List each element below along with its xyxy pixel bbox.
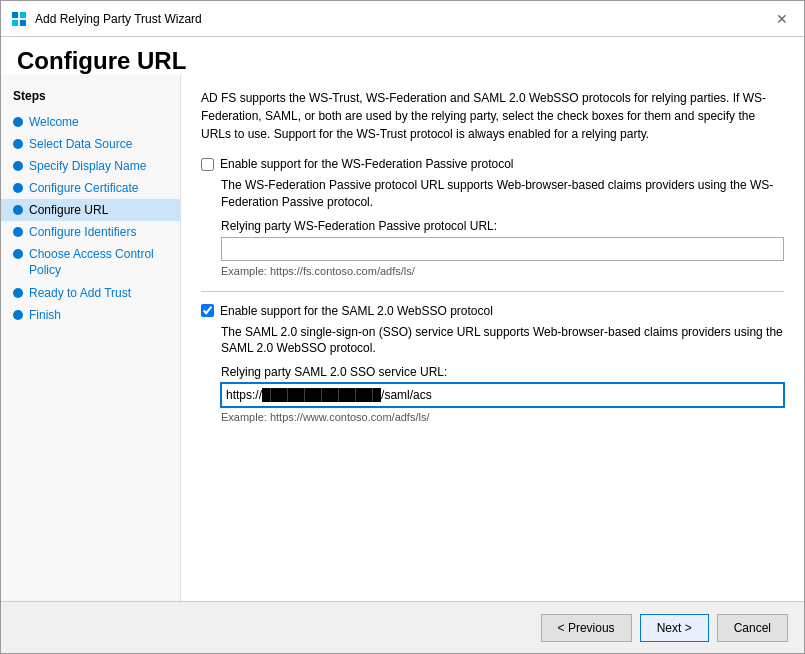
sidebar-label-configure-certificate: Configure Certificate (29, 181, 138, 195)
step-dot-choose-access-control-policy (13, 249, 23, 259)
step-dot-specify-display-name (13, 161, 23, 171)
sidebar-item-select-data-source[interactable]: Select Data Source (1, 133, 180, 155)
app-icon (11, 11, 27, 27)
wizard-window: Add Relying Party Trust Wizard ✕ Configu… (0, 0, 805, 654)
saml-example: Example: https://www.contoso.com/adfs/ls… (221, 411, 784, 423)
right-panel: AD FS supports the WS-Trust, WS-Federati… (181, 75, 804, 601)
sidebar-item-configure-certificate[interactable]: Configure Certificate (1, 177, 180, 199)
sidebar: Steps Welcome Select Data Source Specify… (1, 75, 181, 601)
cancel-button[interactable]: Cancel (717, 614, 788, 642)
ws-federation-checkbox[interactable] (201, 158, 214, 171)
sidebar-item-configure-url[interactable]: Configure URL (1, 199, 180, 221)
ws-federation-checkbox-row: Enable support for the WS-Federation Pas… (201, 157, 784, 171)
sidebar-item-finish[interactable]: Finish (1, 304, 180, 326)
next-button[interactable]: Next > (640, 614, 709, 642)
sidebar-label-select-data-source: Select Data Source (29, 137, 132, 151)
previous-button[interactable]: < Previous (541, 614, 632, 642)
svg-rect-0 (12, 12, 18, 18)
sidebar-label-specify-display-name: Specify Display Name (29, 159, 146, 173)
saml-section: Enable support for the SAML 2.0 WebSSO p… (201, 304, 784, 424)
footer: < Previous Next > Cancel (1, 601, 804, 653)
sidebar-label-welcome: Welcome (29, 115, 79, 129)
section-divider (201, 291, 784, 292)
step-dot-configure-identifiers (13, 227, 23, 237)
ws-federation-field-label: Relying party WS-Federation Passive prot… (221, 219, 784, 233)
main-description: AD FS supports the WS-Trust, WS-Federati… (201, 89, 784, 143)
sidebar-label-finish: Finish (29, 308, 61, 322)
ws-federation-example: Example: https://fs.contoso.com/adfs/ls/ (221, 265, 784, 277)
saml-url-input[interactable] (221, 383, 784, 407)
saml-indent: The SAML 2.0 single-sign-on (SSO) servic… (221, 324, 784, 424)
svg-rect-2 (12, 20, 18, 26)
main-layout: Steps Welcome Select Data Source Specify… (1, 75, 804, 601)
step-dot-configure-url (13, 205, 23, 215)
ws-federation-indent: The WS-Federation Passive protocol URL s… (221, 177, 784, 277)
sidebar-item-configure-identifiers[interactable]: Configure Identifiers (1, 221, 180, 243)
ws-federation-section: Enable support for the WS-Federation Pas… (201, 157, 784, 277)
sidebar-label-configure-url: Configure URL (29, 203, 108, 217)
step-dot-select-data-source (13, 139, 23, 149)
saml-checkbox-label[interactable]: Enable support for the SAML 2.0 WebSSO p… (220, 304, 493, 318)
page-header-area: Configure URL (1, 37, 804, 75)
sidebar-item-specify-display-name[interactable]: Specify Display Name (1, 155, 180, 177)
step-dot-finish (13, 310, 23, 320)
title-bar: Add Relying Party Trust Wizard ✕ (1, 1, 804, 37)
close-button[interactable]: ✕ (770, 7, 794, 31)
ws-federation-sub-description: The WS-Federation Passive protocol URL s… (221, 177, 784, 211)
saml-checkbox-row: Enable support for the SAML 2.0 WebSSO p… (201, 304, 784, 318)
svg-rect-3 (20, 20, 26, 26)
step-dot-configure-certificate (13, 183, 23, 193)
window-title: Add Relying Party Trust Wizard (35, 12, 202, 26)
sidebar-item-welcome[interactable]: Welcome (1, 111, 180, 133)
sidebar-label-choose-access-control-policy: Choose Access Control Policy (29, 247, 172, 278)
sidebar-item-choose-access-control-policy[interactable]: Choose Access Control Policy (1, 243, 180, 282)
ws-federation-checkbox-label[interactable]: Enable support for the WS-Federation Pas… (220, 157, 513, 171)
saml-sub-description: The SAML 2.0 single-sign-on (SSO) servic… (221, 324, 784, 358)
sidebar-label-ready-to-add-trust: Ready to Add Trust (29, 286, 131, 300)
sidebar-label-configure-identifiers: Configure Identifiers (29, 225, 136, 239)
ws-federation-url-input[interactable] (221, 237, 784, 261)
step-dot-welcome (13, 117, 23, 127)
page-title: Configure URL (17, 47, 788, 75)
saml-field-label: Relying party SAML 2.0 SSO service URL: (221, 365, 784, 379)
sidebar-item-ready-to-add-trust[interactable]: Ready to Add Trust (1, 282, 180, 304)
step-dot-ready-to-add-trust (13, 288, 23, 298)
sidebar-title: Steps (1, 85, 180, 111)
saml-checkbox[interactable] (201, 304, 214, 317)
title-bar-left: Add Relying Party Trust Wizard (11, 11, 202, 27)
svg-rect-1 (20, 12, 26, 18)
